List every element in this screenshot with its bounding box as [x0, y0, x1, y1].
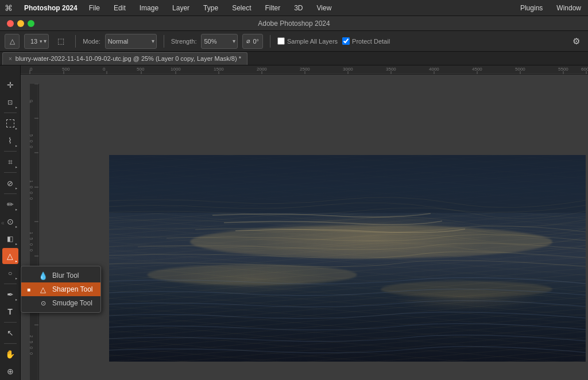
protect-detail-label[interactable]: Protect Detail	[342, 37, 390, 45]
svg-point-66	[381, 281, 552, 298]
flyout-smudge-tool[interactable]: ⊙ Smudge Tool	[21, 296, 100, 310]
tool-pointer[interactable]: ↖	[2, 325, 18, 341]
tool-lasso[interactable]: ⌇ ▸	[2, 133, 18, 149]
marquee-icon	[6, 119, 14, 127]
menu-type[interactable]: Type	[201, 3, 220, 13]
tool-type[interactable]: T	[2, 304, 18, 320]
tool-clone[interactable]: ⊙ ▸	[2, 214, 18, 230]
tool-artboard[interactable]: ⊡ ▸	[2, 94, 18, 110]
toolbar-separator-1	[4, 113, 17, 113]
tool-eraser[interactable]: ◧ ▸	[2, 231, 18, 247]
separator-1	[75, 35, 76, 48]
toolbar-separator-2	[4, 151, 17, 152]
minimize-button[interactable]	[17, 20, 24, 27]
expand-arrow-marquee-icon: ▸	[16, 126, 17, 130]
water-image	[109, 155, 586, 362]
svg-point-64	[190, 225, 552, 258]
sharpen-icon: △	[7, 251, 13, 261]
menu-image[interactable]: Image	[137, 3, 161, 13]
tool-dodge[interactable]: ○ ▸	[2, 265, 18, 281]
toolbar-separator-6	[4, 322, 17, 323]
sharpen-tool-label: Sharpen Tool	[52, 285, 93, 293]
expand-arrow-dodge-icon: ▸	[16, 276, 17, 280]
brush-preset-picker[interactable]: △	[5, 34, 20, 49]
brush-mode-icon: ⬚	[57, 37, 64, 45]
doc-tab-bar: × blurry-water-2022-11-14-10-09-02-utc.j…	[0, 52, 588, 65]
brush-mode-btn[interactable]: ⬚	[53, 34, 68, 49]
svg-text:2: 2	[30, 335, 33, 338]
menu-filter[interactable]: Filter	[262, 3, 283, 13]
menu-3d[interactable]: 3D	[292, 3, 305, 13]
blur-tool-icon: 💧	[38, 271, 48, 280]
sample-all-layers-checkbox[interactable]	[277, 37, 285, 45]
svg-text:2000: 2000	[257, 67, 267, 72]
brush-icon: ✏	[7, 200, 14, 209]
maximize-button[interactable]	[28, 20, 34, 27]
svg-text:0: 0	[30, 100, 33, 102]
tool-pen[interactable]: ✒ ▸	[2, 286, 18, 303]
menu-layer[interactable]: Layer	[170, 3, 192, 13]
svg-text:0: 0	[30, 347, 33, 349]
hand-icon: ✋	[5, 350, 15, 359]
svg-text:0: 0	[30, 352, 33, 355]
menu-select[interactable]: Select	[230, 3, 253, 13]
canvas-area[interactable]: 0 500 0 500 1000 1500 2000 2500 3000 350…	[21, 65, 588, 380]
ruler-vertical: 0 0 5 0 0 1 0 0 0 1	[30, 84, 39, 380]
document-filename: blurry-water-2022-11-14-10-09-02-utc.jpg…	[16, 55, 241, 62]
brush-size-dropdown[interactable]: 13 ▾	[24, 34, 49, 49]
svg-text:0: 0	[30, 186, 33, 188]
document-close-btn[interactable]: ×	[9, 56, 12, 62]
flyout-blur-tool[interactable]: 💧 Blur Tool	[21, 269, 100, 282]
zoom-icon: ⊕	[7, 367, 14, 376]
tool-brush[interactable]: ✏ ▸	[2, 196, 18, 212]
angle-control[interactable]: ⌀ 0°	[242, 34, 263, 49]
sample-all-layers-label[interactable]: Sample All Layers	[277, 37, 338, 45]
svg-text:500: 500	[62, 67, 70, 72]
window-controls	[7, 20, 34, 27]
tool-sharpen[interactable]: △ ▸	[2, 248, 18, 264]
tool-marquee[interactable]: ▸	[2, 115, 18, 131]
tool-move[interactable]: ✛	[2, 77, 18, 93]
close-button[interactable]	[7, 20, 14, 27]
ruler-h-svg: 0 500 0 500 1000 1500 2000 2500 3000 350…	[21, 65, 588, 75]
expand-arrow-eraser-icon: ▸	[16, 242, 17, 246]
menu-plugins[interactable]: Plugins	[518, 3, 545, 13]
dodge-icon: ○	[8, 269, 12, 277]
menu-file[interactable]: File	[87, 3, 102, 13]
settings-icon-btn[interactable]: ⚙	[568, 34, 583, 49]
strength-select[interactable]: 50%	[201, 34, 238, 49]
svg-text:0: 0	[30, 67, 33, 72]
menu-edit[interactable]: Edit	[111, 3, 128, 13]
svg-text:5500: 5500	[558, 67, 568, 72]
svg-text:0: 0	[103, 67, 106, 72]
menu-window[interactable]: Window	[554, 3, 583, 13]
settings-icon: ⚙	[572, 36, 580, 46]
svg-text:0: 0	[30, 146, 33, 148]
clone-icon: ⊙	[7, 217, 14, 226]
protect-detail-checkbox[interactable]	[342, 37, 350, 45]
flyout-sharpen-tool[interactable]: ■ △ Sharpen Tool	[21, 282, 100, 296]
svg-text:5: 5	[30, 341, 33, 343]
svg-text:0: 0	[30, 192, 33, 194]
document-tab[interactable]: × blurry-water-2022-11-14-10-09-02-utc.j…	[2, 52, 247, 65]
tool-eyedropper[interactable]: ⊘ ▸	[2, 175, 18, 191]
svg-text:6000: 6000	[581, 67, 588, 72]
tool-zoom[interactable]: ⊕	[2, 363, 18, 379]
menu-view[interactable]: View	[315, 3, 334, 13]
menu-bar: ⌘ Photoshop 2024 File Edit Image Layer T…	[0, 0, 588, 16]
svg-point-65	[147, 265, 357, 285]
tool-hand[interactable]: ✋	[2, 346, 18, 362]
expand-arrow-crop-icon: ▸	[16, 165, 17, 169]
lasso-icon: ⌇	[8, 136, 12, 145]
svg-text:5: 5	[30, 134, 33, 137]
svg-text:0: 0	[30, 197, 33, 200]
svg-text:0: 0	[30, 243, 33, 246]
toolbar-separator-7	[4, 343, 17, 344]
svg-text:0: 0	[30, 249, 33, 251]
angle-value: 0°	[253, 38, 259, 45]
expand-arrow-clone-icon: ▸	[16, 224, 17, 228]
mode-select[interactable]: Normal Darken Lighten	[105, 34, 157, 49]
svg-text:3000: 3000	[343, 67, 353, 72]
tool-crop[interactable]: ⌗ ▸	[2, 154, 18, 170]
tool-flyout-menu: 💧 Blur Tool ■ △ Sharpen Tool ⊙ Smudge To…	[21, 266, 101, 313]
